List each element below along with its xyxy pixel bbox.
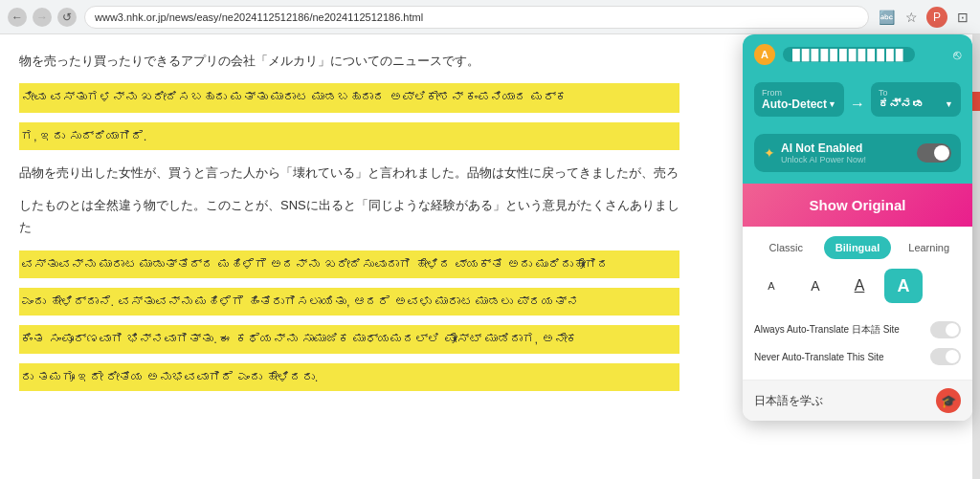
bottom-jp-button[interactable]: 🎓 — [936, 388, 961, 413]
from-value: Auto-Detect ▼ — [762, 98, 836, 111]
right-sidebar — [972, 34, 980, 479]
ai-section: ✦ AI Not Enabled Unlock AI Power Now! — [743, 126, 972, 184]
font-size-medium[interactable]: A — [796, 269, 835, 303]
forward-button[interactable]: → — [33, 8, 52, 27]
from-language-box[interactable]: From Auto-Detect ▼ — [754, 82, 844, 117]
never-translate-label: Never Auto-Translate This Site — [754, 352, 884, 362]
url-text: www3.nhk.or.jp/news/easy/ne20241125​1218… — [95, 11, 423, 23]
never-translate-toggle[interactable] — [930, 348, 961, 365]
show-original-button[interactable]: Show Original — [743, 184, 972, 227]
intro-japanese: 物を売ったり買ったりできるアプリの会社「メルカリ」についてのニュースです。 — [19, 50, 679, 72]
kannada-highlight-2: ಗ, ಇದು ಸುದ್ದಿಯಾಗಿದೆ. — [19, 122, 679, 150]
from-chevron-icon: ▼ — [828, 99, 836, 109]
font-a-large-label: A — [855, 277, 865, 294]
font-a-xl-label: A — [898, 276, 910, 296]
share-icon[interactable]: ⎋ — [953, 47, 961, 62]
language-row: From Auto-Detect ▼ → To ಕನ್ನಡ ▼ — [743, 75, 972, 126]
to-chevron-icon: ▼ — [945, 99, 953, 109]
tab-learning[interactable]: Learning — [895, 236, 963, 259]
always-translate-toggle[interactable] — [930, 321, 961, 338]
always-translate-knob — [946, 323, 959, 337]
font-size-large[interactable]: A — [840, 269, 879, 303]
always-translate-row: Always Auto-Translate 日本語 Site — [754, 316, 961, 343]
font-size-row: A A A A — [743, 265, 972, 311]
kannada-highlight-6: ರು ತಮಗೂ ಇದೇ ರೀತಿಯ ಅನುಭವವಾಗಿದೆ ಎಂದು ಹೇಳಿದ… — [19, 363, 679, 391]
never-translate-knob — [946, 350, 959, 363]
font-a-small-label: A — [768, 280, 774, 292]
kannada-block-1: ನೀವು ವಸ್ತುಗಳನ್ನು ಖರೀದಿಸಬಹುದು ಮತ್ತು ಮಾರಾಟ… — [19, 83, 679, 150]
ai-row: ✦ AI Not Enabled Unlock AI Power Now! — [754, 134, 961, 172]
intro-block: 物を売ったり買ったりできるアプリの会社「メルカリ」についてのニュースです。 — [19, 50, 679, 72]
font-a-medium-label: A — [811, 278, 819, 294]
tab-bilingual[interactable]: Bilingual — [824, 236, 892, 259]
lang-direction-arrow: → — [850, 96, 865, 113]
kannada-highlight-5: ಕಿಂತ ಸಂಪೂರ್ಣವಾಗಿ ಭಿನ್ನವಾಗಿತ್ತು. ಈ ಕಥೆಯನ್… — [19, 325, 679, 353]
address-bar[interactable]: www3.nhk.or.jp/news/easy/ne20241125​1218… — [84, 6, 869, 29]
translation-popup: A ████████████ ⎋ From Auto-Detect ▼ → To… — [743, 34, 972, 421]
nav-controls: ← → ↺ — [8, 8, 77, 27]
font-size-small[interactable]: A — [752, 269, 791, 303]
user-name: ████████████ — [783, 47, 915, 62]
to-language-box[interactable]: To ಕನ್ನಡ ▼ — [871, 82, 961, 117]
sidebar-marker-1 — [972, 92, 980, 111]
never-translate-row: Never Auto-Translate This Site — [754, 343, 961, 370]
back-button[interactable]: ← — [8, 8, 27, 27]
to-label: To — [879, 88, 953, 98]
tab-classic[interactable]: Classic — [752, 236, 820, 259]
browser-toolbar: ← → ↺ www3.nhk.or.jp/news/easy/ne2024112… — [0, 0, 980, 34]
bottom-jp-section: 日本語を学ぶ 🎓 — [743, 380, 972, 421]
avatar: A — [754, 44, 775, 65]
kannada-highlight-3: ವಸ್ತುವನ್ನು ಮಾರಾಟ ಮಾಡುತ್ತಿದ್ದ ಮಹಿಳೆಗೆ ಅದನ… — [19, 250, 679, 278]
font-size-xlarge[interactable]: A — [884, 269, 923, 303]
settings-section: Always Auto-Translate 日本語 Site Never Aut… — [743, 311, 972, 380]
japanese-para-2: したものとは全然違う物でした。このことが、SNSに出ると「同じような経験がある」… — [19, 194, 679, 239]
bookmark-icon[interactable]: ☆ — [902, 8, 921, 27]
ai-info: ✦ AI Not Enabled Unlock AI Power Now! — [764, 142, 866, 164]
from-label: From — [762, 88, 836, 98]
popup-header-left: A ████████████ — [754, 44, 915, 65]
ai-title: AI Not Enabled — [781, 142, 866, 155]
ai-text: AI Not Enabled Unlock AI Power Now! — [781, 142, 866, 164]
reload-button[interactable]: ↺ — [57, 8, 77, 27]
browser-action-icons: 🔤 ☆ P ⊡ — [877, 7, 972, 28]
ai-star-icon: ✦ — [764, 145, 775, 161]
popup-header: A ████████████ ⎋ — [743, 34, 972, 75]
profile-icon[interactable]: P — [926, 7, 947, 28]
kannada-highlight-1: ನೀವು ವಸ್ತುಗಳನ್ನು ಖರೀದಿಸಬಹುದು ಮತ್ತು ಮಾರಾಟ… — [19, 83, 679, 113]
always-translate-label: Always Auto-Translate 日本語 Site — [754, 323, 900, 337]
japanese-para-1: 品物を売り出した女性が、買うと言った人から「壊れている」と言われました。品物は女… — [19, 162, 679, 184]
japanese-block-1: 品物を売り出した女性が、買うと言った人から「壊れている」と言われました。品物は女… — [19, 162, 679, 238]
ai-toggle[interactable] — [917, 143, 951, 163]
toggle-knob — [934, 145, 949, 161]
extension-icon[interactable]: ⊡ — [953, 8, 972, 27]
ai-subtitle: Unlock AI Power Now! — [781, 155, 866, 164]
translate-icon[interactable]: 🔤 — [877, 8, 896, 27]
kannada-highlight-4: ಎಂದು ಹೇಳಿದ್ದಾನೆ. ವಸ್ತುವನ್ನು ಮಹಿಳೆಗೆ ಹಿಂತ… — [19, 288, 679, 316]
bottom-jp-text: 日本語を学ぶ — [754, 393, 823, 409]
to-value: ಕನ್ನಡ ▼ — [879, 98, 953, 111]
page-content: 物を売ったり買ったりできるアプリの会社「メルカリ」についてのニュースです。 ನೀ… — [0, 34, 699, 479]
kannada-block-2: ವಸ್ತುವನ್ನು ಮಾರಾಟ ಮಾಡುತ್ತಿದ್ದ ಮಹಿಳೆಗೆ ಅದನ… — [19, 250, 679, 392]
mode-tabs: Classic Bilingual Learning — [743, 227, 972, 265]
